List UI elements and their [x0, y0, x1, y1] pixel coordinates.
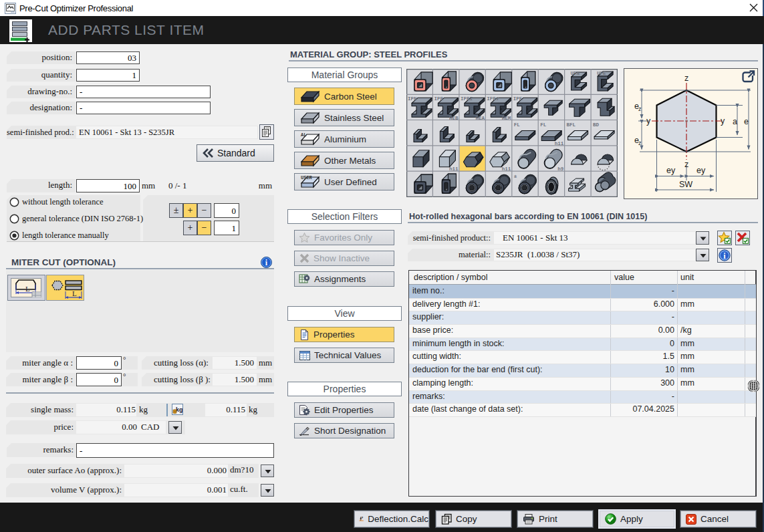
svg-text:h9: h9: [557, 166, 564, 172]
svg-text:kg: kg: [176, 406, 182, 413]
svg-text:IPBI: IPBI: [461, 96, 473, 102]
svg-text:y: y: [646, 116, 651, 126]
svg-text:L: L: [25, 285, 30, 293]
svg-text:BD: BD: [593, 122, 600, 128]
svg-text:L: L: [72, 289, 77, 297]
svg-text:z: z: [684, 160, 688, 169]
svg-text:AL: AL: [301, 132, 306, 138]
svg-text:USER: USER: [301, 175, 313, 180]
svg-text:h11: h11: [555, 141, 564, 146]
svg-text:IPBv: IPBv: [487, 96, 499, 102]
svg-text:h11: h11: [502, 166, 511, 172]
svg-text:y: y: [721, 116, 725, 126]
svg-text:ey: ey: [666, 166, 676, 175]
svg-text:z: z: [638, 140, 642, 146]
svg-text:HEB: HEB: [449, 116, 459, 121]
svg-text:F: F: [362, 517, 364, 519]
svg-text:z: z: [638, 106, 642, 112]
svg-text:BFL: BFL: [567, 122, 576, 128]
svg-text:SW: SW: [679, 180, 692, 189]
svg-text:UPN: UPN: [571, 71, 580, 76]
svg-text:FL: FL: [540, 122, 547, 128]
svg-text:HEM: HEM: [502, 116, 511, 121]
svg-text:FL: FL: [514, 122, 521, 128]
svg-text:±: ±: [514, 174, 517, 179]
svg-text:IPB: IPB: [434, 96, 443, 102]
svg-text:a: a: [733, 117, 737, 126]
svg-text:IPN: IPN: [408, 96, 417, 102]
svg-text:z: z: [684, 74, 688, 83]
svg-text:h11: h11: [449, 166, 459, 172]
svg-text:ey: ey: [696, 166, 706, 175]
svg-text:UPE: UPE: [597, 71, 606, 76]
svg-text:HEA: HEA: [475, 116, 485, 121]
svg-text:e: e: [744, 117, 749, 126]
svg-text:IPE: IPE: [513, 96, 523, 102]
